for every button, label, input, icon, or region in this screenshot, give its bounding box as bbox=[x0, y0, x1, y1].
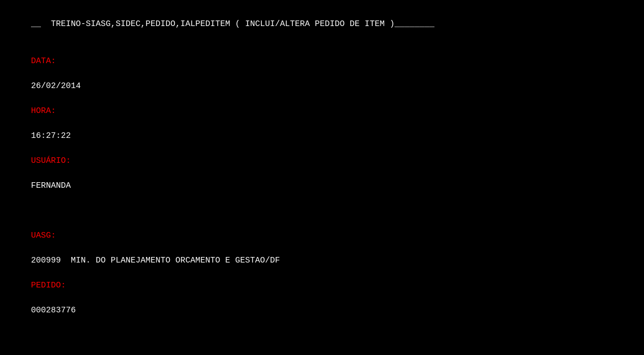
title-text: TREINO-SIASG,SIDEC,PEDIDO,IALPEDITEM ( I… bbox=[51, 19, 434, 29]
header-line: DATA: 26/02/2014 HORA: 16:27:22 USUÁRIO:… bbox=[11, 43, 633, 205]
spacer3 bbox=[31, 269, 56, 278]
hora-value bbox=[31, 119, 36, 128]
data-value bbox=[31, 69, 36, 79]
uasg-label: UASG: bbox=[31, 231, 56, 240]
usuario-value bbox=[31, 169, 36, 178]
usuario-label: USUÁRIO: bbox=[31, 156, 71, 166]
pedido-value bbox=[31, 294, 36, 303]
terminal-screen: __ TREINO-SIASG,SIDEC,PEDIDO,IALPEDITEM … bbox=[11, 6, 633, 355]
spacer1 bbox=[31, 94, 131, 104]
data-label: DATA: bbox=[31, 56, 56, 66]
data-value-text: 26/02/2014 bbox=[31, 81, 81, 91]
tipo-line: TIPO: MATERIAL SUSTENTÁVEL: SIM bbox=[11, 342, 633, 356]
title-prefix: __ bbox=[31, 19, 51, 29]
spacer2 bbox=[31, 144, 155, 153]
hora-value-text: 16:27:22 bbox=[31, 131, 71, 141]
pedido-value-text: 000283776 bbox=[31, 306, 76, 315]
uasg-value bbox=[31, 244, 36, 253]
uasg-line: UASG: 200999 MIN. DO PLANEJAMENTO ORCAME… bbox=[11, 218, 633, 330]
pedido-label: PEDIDO: bbox=[31, 281, 66, 290]
uasg-value-text: 200999 MIN. DO PLANEJAMENTO ORCAMENTO E … bbox=[31, 256, 280, 265]
hora-label: HORA: bbox=[31, 106, 56, 116]
usuario-value-text: FERNANDA bbox=[31, 181, 71, 191]
title-line: __ TREINO-SIASG,SIDEC,PEDIDO,IALPEDITEM … bbox=[11, 6, 633, 43]
